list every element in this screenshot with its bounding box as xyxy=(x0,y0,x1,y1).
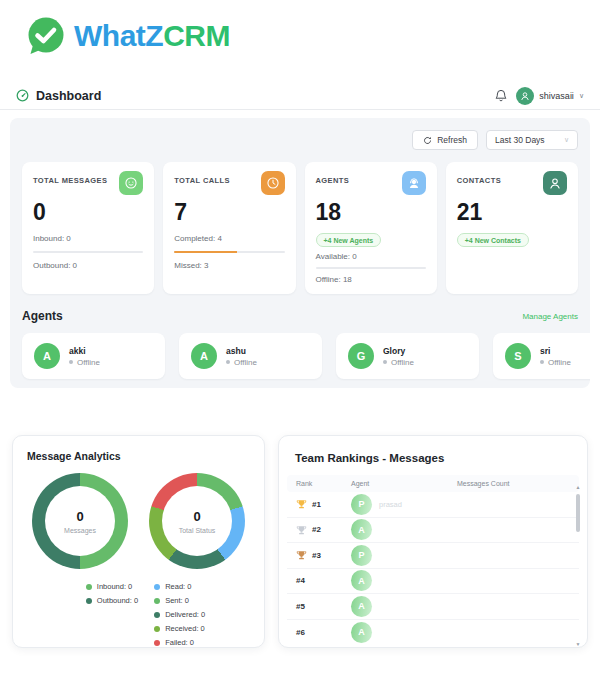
status-dot xyxy=(540,360,544,364)
donut-center-label: Total Status xyxy=(179,527,216,534)
stat-label: CONTACTS xyxy=(457,173,501,185)
user-menu[interactable]: shivasaii ∨ xyxy=(516,87,584,105)
stat-value: 0 xyxy=(33,199,143,226)
legend-dot xyxy=(154,612,160,618)
stat-value: 7 xyxy=(174,199,284,226)
table-row: #4 A xyxy=(287,569,579,595)
app-title: WhatZCRM xyxy=(74,21,230,51)
legend-dot xyxy=(154,640,160,646)
panel-toolbar: Refresh Last 30 Days ∨ xyxy=(22,130,578,150)
scroll-up-icon[interactable]: ▲ xyxy=(574,484,582,490)
stat-card-total-calls: TOTAL CALLS 7 Completed: 4 Missed: 3 xyxy=(163,162,295,294)
status-dot xyxy=(383,360,387,364)
analytics-title: Message Analytics xyxy=(27,450,250,462)
progress-bar xyxy=(316,267,426,269)
legend-dot xyxy=(154,626,160,632)
messages-donut-chart: 0 Messages xyxy=(32,473,128,569)
whatsapp-check-icon xyxy=(24,14,68,58)
rank-label: #1 xyxy=(312,500,321,509)
legend-item: Sent: 0 xyxy=(154,596,205,605)
donut-center-label: Messages xyxy=(64,527,96,534)
message-analytics-card: Message Analytics 0 Messages 0 Total Sta… xyxy=(12,435,265,648)
table-row: #2 A xyxy=(287,518,579,544)
manage-agents-link[interactable]: Manage Agents xyxy=(522,312,578,321)
agent-name: akki xyxy=(69,346,100,356)
table-row: #6 A xyxy=(287,620,579,646)
agent-status: Offline xyxy=(234,358,257,367)
rankings-title: Team Rankings - Messages xyxy=(279,452,587,464)
table-row: #1 P prasad xyxy=(287,492,579,518)
agent-card[interactable]: A ashu Offline xyxy=(179,333,322,379)
agent-card[interactable]: A akki Offline xyxy=(22,333,165,379)
agent-avatar: A xyxy=(351,519,372,540)
table-row: #5 A xyxy=(287,594,579,620)
chart-legend: Inbound: 0 Outbound: 0 Read: 0 Sent: 0 D… xyxy=(27,582,250,647)
table-scrollbar[interactable]: ▲ ▼ xyxy=(574,484,582,629)
chat-smiley-icon xyxy=(119,171,143,195)
agent-card[interactable]: G Glory Offline xyxy=(336,333,479,379)
agent-avatar: A xyxy=(34,343,60,369)
agent-avatar: P xyxy=(351,545,372,566)
legend-dot xyxy=(86,584,92,590)
progress-bar xyxy=(174,251,284,253)
table-header: Rank Agent Messages Count xyxy=(287,475,579,492)
stat-subline: Available: 0 xyxy=(316,252,426,261)
stat-label: AGENTS xyxy=(316,173,350,185)
status-donut-chart: 0 Total Status xyxy=(149,473,245,569)
stat-cards: TOTAL MESSAGES 0 Inbound: 0 Outbound: 0 … xyxy=(22,162,578,294)
new-contacts-badge: +4 New Contacts xyxy=(457,233,529,247)
clock-icon xyxy=(261,171,285,195)
donut-center-value: 0 xyxy=(193,509,200,524)
rank-label: #6 xyxy=(296,628,305,637)
stat-subline: Inbound: 0 xyxy=(33,234,143,243)
agent-avatar: A xyxy=(351,596,372,617)
status-dot xyxy=(69,360,73,364)
stat-subline: Offline: 18 xyxy=(316,275,426,284)
legend-item: Inbound: 0 xyxy=(86,582,138,591)
legend-item: Outbound: 0 xyxy=(86,596,138,605)
agent-avatar: A xyxy=(351,622,372,643)
agent-status: Offline xyxy=(77,358,100,367)
progress-bar xyxy=(33,251,143,253)
agent-card[interactable]: S sri Offline xyxy=(493,333,590,379)
column-header-count: Messages Count xyxy=(457,480,579,487)
legend-item: Delivered: 0 xyxy=(154,610,205,619)
agent-status: Offline xyxy=(548,358,571,367)
agent-avatar: P xyxy=(351,494,372,515)
trophy-silver-icon xyxy=(296,525,307,535)
agent-name: ashu xyxy=(226,346,257,356)
table-row: #3 P xyxy=(287,543,579,569)
username: shivasaii xyxy=(539,91,574,101)
agent-avatar: G xyxy=(348,343,374,369)
agent-status: Offline xyxy=(391,358,414,367)
chevron-down-icon: ∨ xyxy=(579,92,584,100)
user-avatar-icon xyxy=(516,87,534,105)
legend-dot xyxy=(86,598,92,604)
refresh-icon xyxy=(423,136,432,145)
app-logo: WhatZCRM xyxy=(24,14,230,58)
refresh-button[interactable]: Refresh xyxy=(412,130,478,150)
legend-dot xyxy=(154,584,160,590)
stat-value: 21 xyxy=(457,199,567,226)
agent-avatar: S xyxy=(505,343,531,369)
chevron-down-icon: ∨ xyxy=(564,136,569,144)
agent-name: sri xyxy=(540,346,571,356)
notification-bell-icon[interactable] xyxy=(495,89,507,102)
rank-label: #2 xyxy=(312,525,321,534)
agent-avatar: A xyxy=(351,570,372,591)
scroll-down-icon[interactable]: ▼ xyxy=(574,641,582,647)
rank-label: #5 xyxy=(296,602,305,611)
column-header-agent: Agent xyxy=(351,480,457,487)
agent-headset-icon xyxy=(402,171,426,195)
agent-avatar: A xyxy=(191,343,217,369)
donut-center-value: 0 xyxy=(76,509,83,524)
column-header-rank: Rank xyxy=(296,480,351,487)
rank-label: #3 xyxy=(312,551,321,560)
trophy-gold-icon xyxy=(296,499,307,509)
stat-card-agents: AGENTS 18 +4 New Agents Available: 0 Off… xyxy=(305,162,437,294)
agent-name: Glory xyxy=(383,346,414,356)
stat-card-total-messages: TOTAL MESSAGES 0 Inbound: 0 Outbound: 0 xyxy=(22,162,154,294)
table-body: #1 P prasad #2 A xyxy=(279,492,587,645)
period-select[interactable]: Last 30 Days ∨ xyxy=(486,130,578,150)
scrollbar-thumb[interactable] xyxy=(576,494,580,532)
